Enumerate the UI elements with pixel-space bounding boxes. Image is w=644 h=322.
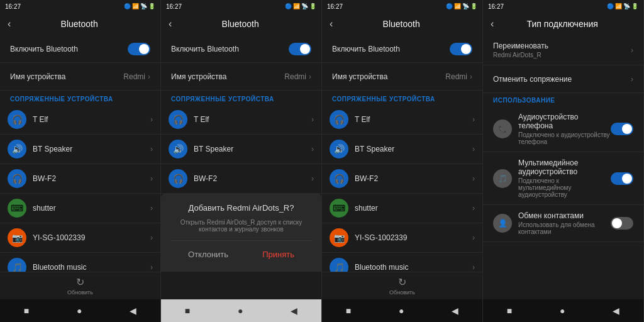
- device-name-row-2[interactable]: Имя устройства Redmi ›: [161, 63, 321, 91]
- device-name-yi-1: YI-SG-1002339: [33, 233, 150, 242]
- bluetooth-toggle-3[interactable]: [450, 43, 472, 55]
- device-bt-music-1[interactable]: 🎵 Bluetooth music ›: [0, 253, 160, 272]
- device-icon-bwf2-2: 🎧: [169, 169, 187, 188]
- cancel-button[interactable]: Отклонить: [175, 247, 241, 262]
- time-2: 16:27: [166, 3, 182, 10]
- status-icons-2: 🔵📶📡🔋: [285, 3, 316, 9]
- device-name-speaker-2: BT Speaker: [194, 145, 311, 153]
- audio-phone-sub: Подключено к аудиоустройству телефона: [518, 131, 611, 145]
- back-button-2[interactable]: ‹: [169, 18, 172, 30]
- bluetooth-toggle-row-3[interactable]: Включить Bluetooth: [322, 35, 482, 63]
- nav-circle-4[interactable]: ●: [550, 303, 575, 318]
- device-name-label-3: Имя устройства: [332, 72, 445, 81]
- status-icons-4: 🔵📶📡🔋: [607, 3, 638, 9]
- nav-back-4[interactable]: ◀: [602, 303, 630, 318]
- back-button-1[interactable]: ‹: [8, 18, 11, 30]
- nav-square-2[interactable]: ■: [175, 303, 200, 318]
- status-bar-2: 16:27 🔵📶📡🔋: [161, 0, 321, 13]
- bluetooth-toggle-2[interactable]: [289, 43, 311, 55]
- contacts-label: Обмен контактами: [518, 211, 611, 220]
- device-name-telf-3: T Elf: [355, 115, 472, 124]
- device-bt-music-3[interactable]: 🎵 Bluetooth music ›: [322, 253, 482, 272]
- back-button-4[interactable]: ‹: [491, 18, 494, 30]
- refresh-button-1[interactable]: ↻ Обновить: [67, 276, 93, 296]
- audio-phone-toggle[interactable]: [611, 123, 633, 135]
- bluetooth-toggle-row-2[interactable]: Включить Bluetooth: [161, 35, 321, 63]
- nav-square-1[interactable]: ■: [14, 303, 39, 318]
- chevron-unpair: ›: [631, 75, 633, 84]
- nav-circle-2[interactable]: ●: [228, 303, 253, 318]
- contacts-toggle[interactable]: [611, 217, 633, 230]
- content-1: Включить Bluetooth Имя устройства Redmi …: [0, 35, 160, 272]
- device-BT-Speaker-3[interactable]: 🔊 BT Speaker ›: [322, 135, 482, 164]
- bluetooth-toggle-row-1[interactable]: Включить Bluetooth: [0, 35, 160, 63]
- rename-row[interactable]: Переименовать Redmi AirDots_R ›: [483, 35, 643, 65]
- panel-2: 16:27 🔵📶📡🔋 ‹ Bluetooth Включить Bluetoot…: [161, 0, 322, 322]
- nav-bar-1: ■ ● ◀: [0, 299, 160, 322]
- bluetooth-toggle-1[interactable]: [128, 43, 150, 55]
- paired-section-1: СОПРЯЖЕННЫЕ УСТРОЙСТВА: [0, 91, 160, 105]
- contacts-sub: Использовать для обмена контактами: [518, 221, 611, 235]
- device-T-Elf-2[interactable]: 🎧 T Elf ›: [161, 105, 321, 135]
- device-name-label-1: Имя устройства: [10, 72, 123, 81]
- status-bar-3: 16:27 🔵📶📡🔋: [322, 0, 482, 13]
- device-BT-Speaker-1[interactable]: 🔊 BT Speaker ›: [0, 135, 160, 164]
- content-4: Переименовать Redmi AirDots_R › Отменить…: [483, 35, 643, 299]
- device-shutter-3[interactable]: ⌨ shutter ›: [322, 194, 482, 223]
- status-bar-4: 16:27 🔵📶📡🔋: [483, 0, 643, 13]
- dialog-title: Добавить Redmi AirDots_R?: [171, 203, 311, 213]
- media-audio-toggle[interactable]: [611, 172, 633, 185]
- nav-bar-3: ■ ● ◀: [322, 299, 482, 322]
- device-YI-3[interactable]: 📷 YI-SG-1002339 ›: [322, 223, 482, 253]
- nav-back-2[interactable]: ◀: [280, 303, 308, 318]
- device-BW-F2-3[interactable]: 🎧 BW-F2 ›: [322, 164, 482, 194]
- device-BT-Speaker-2[interactable]: 🔊 BT Speaker ›: [161, 135, 321, 164]
- bluetooth-label-2: Включить Bluetooth: [171, 45, 289, 53]
- device-name-row-3[interactable]: Имя устройства Redmi ›: [322, 63, 482, 91]
- nav-circle-1[interactable]: ●: [67, 303, 92, 318]
- back-button-3[interactable]: ‹: [330, 18, 333, 30]
- device-YI-1[interactable]: 📷 YI-SG-1002339 ›: [0, 223, 160, 253]
- chevron-rename: ›: [631, 46, 633, 55]
- device-icon-telf-2: 🎧: [169, 110, 187, 129]
- nav-circle-3[interactable]: ●: [389, 303, 414, 318]
- nav-square-4[interactable]: ■: [497, 303, 522, 318]
- device-name-bwf2-3: BW-F2: [355, 174, 472, 183]
- dialog-buttons: Отклонить Принять: [171, 240, 311, 262]
- panel-4: 16:27 🔵📶📡🔋 ‹ Тип подключения Переименова…: [483, 0, 644, 322]
- device-name-bwf2-2: BW-F2: [194, 174, 311, 183]
- nav-back-1[interactable]: ◀: [119, 303, 147, 318]
- page-title-4: Тип подключения: [499, 19, 626, 29]
- device-T-Elf-3[interactable]: 🎧 T Elf ›: [322, 105, 482, 135]
- page-title-2: Bluetooth: [177, 19, 304, 29]
- refresh-button-3[interactable]: ↻ Обновить: [389, 276, 415, 296]
- media-audio-sub: Подключено к мультимедийному аудиоустрой…: [518, 177, 611, 198]
- nav-back-3[interactable]: ◀: [441, 303, 469, 318]
- unpair-row[interactable]: Отменить сопряжение ›: [483, 65, 643, 93]
- device-icon-music-3: 🎵: [330, 258, 348, 272]
- bluetooth-label-3: Включить Bluetooth: [332, 45, 450, 53]
- device-BW-F2-2[interactable]: 🎧 BW-F2 ›: [161, 164, 321, 194]
- pair-dialog: Добавить Redmi AirDots_R? Открыть Redmi …: [161, 193, 321, 272]
- rename-label: Переименовать: [493, 42, 548, 50]
- top-bar-1: ‹ Bluetooth: [0, 13, 160, 35]
- accept-button[interactable]: Принять: [250, 247, 307, 262]
- usage-media-audio[interactable]: 🎵 Мультимедийное аудиоустройство Подключ…: [483, 152, 643, 205]
- device-name-bwf2-1: BW-F2: [33, 174, 150, 183]
- device-name-yi-3: YI-SG-1002339: [355, 233, 472, 242]
- nav-square-3[interactable]: ■: [336, 303, 361, 318]
- nav-bar-2: ■ ● ◀: [161, 299, 321, 322]
- usage-contacts[interactable]: 👤 Обмен контактами Использовать для обме…: [483, 205, 643, 242]
- device-shutter-1[interactable]: ⌨ shutter ›: [0, 194, 160, 223]
- usage-audio-phone[interactable]: 📞 Аудиоустройство телефона Подключено к …: [483, 106, 643, 152]
- content-3: Включить Bluetooth Имя устройства Redmi …: [322, 35, 482, 272]
- device-name-row-1[interactable]: Имя устройства Redmi ›: [0, 63, 160, 91]
- device-T-Elf-1[interactable]: 🎧 T Elf ›: [0, 105, 160, 135]
- device-BW-F2-1[interactable]: 🎧 BW-F2 ›: [0, 164, 160, 194]
- device-icon-1: 🎧: [8, 110, 26, 129]
- media-audio-icon: 🎵: [493, 169, 512, 188]
- bottom-bar-1: ↻ Обновить: [0, 272, 160, 299]
- media-audio-text: Мультимедийное аудиоустройство Подключен…: [518, 158, 611, 198]
- device-icon-shutter-3: ⌨: [330, 199, 348, 218]
- paired-section-3: СОПРЯЖЕННЫЕ УСТРОЙСТВА: [322, 91, 482, 105]
